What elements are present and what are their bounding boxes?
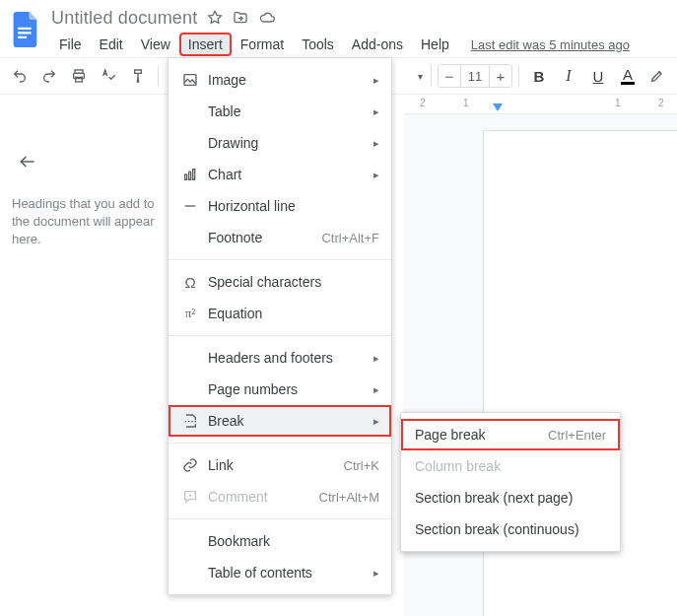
highlight-button[interactable] <box>643 62 671 90</box>
menu-edit[interactable]: Edit <box>92 34 131 55</box>
chevron-right-icon: ▸ <box>366 383 379 396</box>
menu-label: Bookmark <box>202 533 379 549</box>
chevron-right-icon: ▸ <box>366 169 379 181</box>
paint-format-button[interactable] <box>124 62 152 90</box>
font-size-increase[interactable]: + <box>490 68 511 85</box>
redo-button[interactable] <box>35 62 63 90</box>
title-bar: Untitled document File Edit View Insert … <box>0 0 677 57</box>
italic-button[interactable]: I <box>555 62 582 90</box>
menu-format[interactable]: Format <box>233 34 292 55</box>
insert-drawing[interactable]: Drawing ▸ <box>169 127 391 159</box>
menu-shortcut: Ctrl+Alt+F <box>321 231 379 245</box>
menu-label: Chart <box>202 167 366 182</box>
chevron-right-icon: ▸ <box>366 74 379 87</box>
link-icon <box>178 457 202 473</box>
svg-rect-1 <box>18 32 32 34</box>
menu-separator <box>169 443 391 444</box>
back-icon[interactable] <box>18 152 156 171</box>
star-icon[interactable] <box>207 10 223 26</box>
toolbar-separator <box>158 65 159 87</box>
chart-icon <box>178 167 202 182</box>
insert-comment: Comment Ctrl+Alt+M <box>169 481 391 513</box>
last-edit-link[interactable]: Last edit was 5 minutes ago <box>471 37 630 52</box>
underline-button[interactable]: U <box>584 62 612 90</box>
menu-label: Footnote <box>202 230 321 245</box>
cloud-status-icon[interactable] <box>258 10 276 26</box>
insert-chart[interactable]: Chart ▸ <box>169 159 391 190</box>
menu-label: Break <box>202 413 366 429</box>
chevron-right-icon: ▸ <box>366 352 379 365</box>
document-title[interactable]: Untitled document <box>51 8 197 29</box>
menu-label: Table of contents <box>202 565 366 581</box>
break-page[interactable]: Page break Ctrl+Enter <box>401 419 620 450</box>
toolbar-separator <box>431 65 432 87</box>
insert-image[interactable]: Image ▸ <box>169 64 391 96</box>
ruler-tick: 2 <box>658 98 664 108</box>
chevron-right-icon: ▸ <box>366 105 379 118</box>
insert-link[interactable]: Link Ctrl+K <box>169 449 391 481</box>
menu-bar: File Edit View Insert Format Tools Add-o… <box>51 30 630 57</box>
menu-label: Equation <box>202 306 379 321</box>
comment-icon <box>178 489 202 505</box>
menu-label: Headers and footers <box>202 350 366 366</box>
menu-separator <box>169 518 391 519</box>
insert-footnote[interactable]: Footnote Ctrl+Alt+F <box>169 222 391 253</box>
break-column: Column break <box>401 450 620 482</box>
menu-shortcut: Ctrl+Alt+M <box>319 490 379 505</box>
break-section-continuous[interactable]: Section break (continuous) <box>401 513 620 545</box>
indent-marker-icon[interactable] <box>493 103 503 111</box>
spellcheck-button[interactable] <box>95 62 122 90</box>
ruler-tick: 1 <box>463 98 469 108</box>
insert-bookmark[interactable]: Bookmark <box>169 525 391 557</box>
text-color-button[interactable]: A <box>614 62 642 90</box>
insert-break[interactable]: Break ▸ <box>169 405 391 437</box>
menu-label: Comment <box>202 489 319 505</box>
bold-button[interactable]: B <box>525 62 553 90</box>
chevron-right-icon: ▸ <box>366 415 379 428</box>
ruler[interactable]: 2 1 1 2 <box>404 95 677 114</box>
break-submenu: Page break Ctrl+Enter Column break Secti… <box>400 412 621 552</box>
menu-label: Horizontal line <box>202 198 379 214</box>
font-size-value[interactable]: 11 <box>460 65 490 87</box>
menu-label: Link <box>202 457 344 473</box>
outline-sidebar: Headings that you add to the document wi… <box>0 95 168 267</box>
insert-table-of-contents[interactable]: Table of contents ▸ <box>169 557 391 588</box>
menu-insert[interactable]: Insert <box>180 34 231 55</box>
undo-button[interactable] <box>6 62 34 90</box>
insert-table[interactable]: Table ▸ <box>169 96 391 127</box>
font-size-decrease[interactable]: − <box>439 68 460 85</box>
insert-page-numbers[interactable]: Page numbers ▸ <box>169 374 391 405</box>
outline-empty-text: Headings that you add to the document wi… <box>12 195 156 249</box>
menu-help[interactable]: Help <box>413 34 457 55</box>
chevron-right-icon: ▸ <box>366 567 379 580</box>
menu-separator <box>169 335 391 336</box>
menu-label: Image <box>202 72 366 88</box>
menu-addons[interactable]: Add-ons <box>344 34 411 55</box>
insert-headers-footers[interactable]: Headers and footers ▸ <box>169 342 391 374</box>
menu-shortcut: Ctrl+Enter <box>548 428 606 443</box>
print-button[interactable] <box>65 62 93 90</box>
menu-tools[interactable]: Tools <box>294 34 342 55</box>
menu-separator <box>169 259 391 260</box>
menu-file[interactable]: File <box>51 34 90 55</box>
docs-logo[interactable] <box>8 6 43 53</box>
menu-label: Column break <box>415 458 606 474</box>
toolbar-separator <box>518 65 519 87</box>
menu-label: Page numbers <box>202 381 366 397</box>
break-section-next-page[interactable]: Section break (next page) <box>401 482 620 513</box>
insert-equation[interactable]: π² Equation <box>169 298 391 329</box>
insert-horizontal-line[interactable]: Horizontal line <box>169 190 391 222</box>
dropdown-caret-icon[interactable]: ▾ <box>415 71 425 82</box>
menu-label: Section break (next page) <box>415 490 606 506</box>
insert-special-characters[interactable]: Ω Special characters <box>169 266 391 298</box>
menu-view[interactable]: View <box>133 34 178 55</box>
menu-shortcut: Ctrl+K <box>344 458 379 473</box>
horizontal-line-icon <box>178 198 202 214</box>
pi-icon: π² <box>178 306 202 321</box>
svg-rect-7 <box>185 174 187 179</box>
svg-rect-8 <box>189 171 191 179</box>
insert-menu-dropdown: Image ▸ Table ▸ Drawing ▸ Chart ▸ Horizo… <box>168 57 392 595</box>
menu-label: Section break (continuous) <box>415 521 606 537</box>
font-size-control: − 11 + <box>438 64 512 88</box>
move-icon[interactable] <box>233 10 248 26</box>
